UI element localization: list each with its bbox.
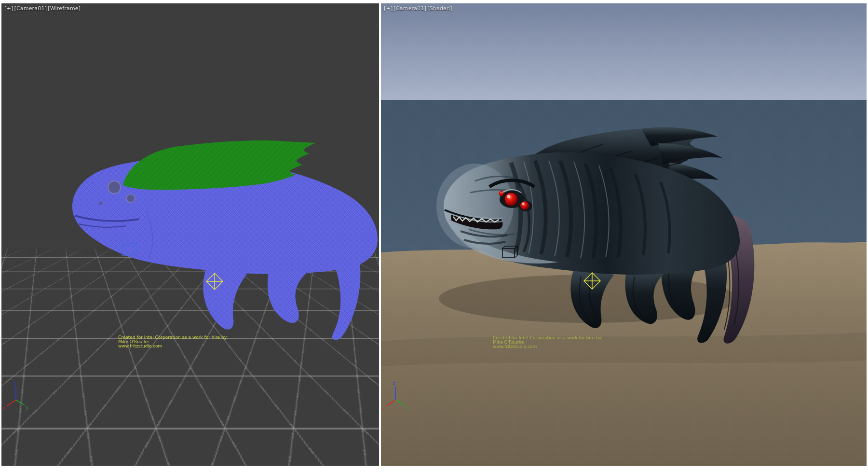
fish-front-fin[interactable] [203,268,247,330]
shaded-scene: z x y [381,3,867,466]
viewport-wireframe[interactable]: [+][Camera01][Wireframe] [1,3,379,466]
viewport-menu-button[interactable]: [+] [4,5,13,12]
viewport-label: [+][Camera01][Wireframe] [4,5,81,12]
axis-x-label: x [3,406,5,411]
viewport-label: [+][Camera01][Shaded] [384,5,453,12]
watermark-line3: www.fritzstudio.com [493,345,602,349]
viewport-menu-button[interactable]: [+] [384,5,393,12]
sand-terrain[interactable] [381,242,867,466]
fish-eye [108,181,121,194]
wireframe-scene: z x y [1,3,379,466]
axis-y-label: y [26,405,28,410]
world-axis-icon: z x y [3,381,28,411]
fish-tail-fin[interactable] [332,258,360,340]
axis-x-label: x [382,406,385,411]
watermark-text: Created for Intel Corporation as a work … [493,336,602,349]
fish-eye-small [127,194,135,203]
fish-eye-red [504,193,518,206]
watermark-text: Created for Intel Corporation as a work … [118,335,228,348]
axis-z-label: z [14,381,15,386]
axis-y-label: y [406,405,408,410]
fish-eye-red-small [520,201,529,210]
viewport-shaded[interactable]: [+][Camera01][Shaded] [381,3,867,466]
viewport-shading-label[interactable]: [Shaded] [427,5,452,12]
fish-mid-fin[interactable] [268,270,308,323]
axis-z-label: z [393,381,395,386]
fish-model-wireframe[interactable] [72,140,378,340]
viewport-camera-label[interactable]: [Camera01] [14,5,47,12]
fish-nostril [99,202,103,205]
viewport-shading-label[interactable]: [Wireframe] [48,5,81,12]
watermark-line3: www.fritzstudio.com [118,344,228,348]
application-window: [+][Camera01][Wireframe] [0,0,868,472]
viewport-camera-label[interactable]: [Camera01] [393,5,426,12]
